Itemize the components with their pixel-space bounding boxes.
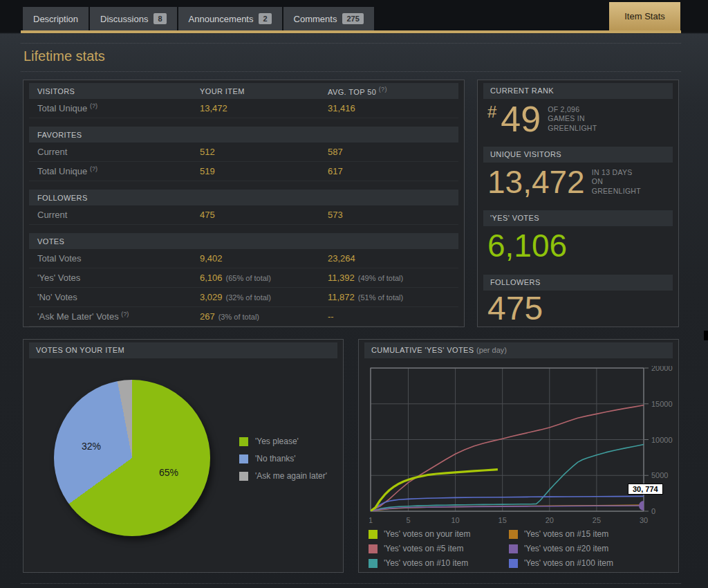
active-tab-underline [21,30,681,33]
line-chart-title: CUMULATIVE 'YES' VOTES (per day) [364,342,673,358]
tab-label: Announcements [189,14,254,24]
help-tooltip-marker[interactable]: (?) [90,165,97,172]
tab-description[interactable]: Description [23,7,88,30]
yes-votes-header: 'YES' VOTES [483,210,673,226]
your-item-value: 475 [200,210,328,220]
followers-header: FOLLOWERS [483,275,673,291]
stats-row: 'No' Votes3,029(32% of total)11,872(51% … [29,288,458,307]
current-rank-row: # 49 OF 2,096 GAMES IN GREENLIGHT [487,101,597,137]
value-percent-note: (51% of total) [358,293,403,302]
line-legend-item: 'Yes' votes on #100 item [509,558,649,568]
row-label: 'Ask Me Later' Votes (?) [37,311,200,322]
value-number: 11,872 [328,292,355,302]
legend-swatch [239,472,248,481]
unique-visitors-value: 13,472 [487,166,585,198]
pie-chart-panel: VOTES ON YOUR ITEM 32% 65% 'Yes please''… [23,339,344,573]
value-percent-note: (49% of total) [358,274,403,282]
value-number: 23,264 [328,253,355,264]
section-title: VOTES [37,237,200,246]
stats-row: 'Yes' Votes6,106(65% of total)11,392(49%… [29,268,458,288]
avg-top50-value: 617 [328,166,458,176]
value-number: 31,416 [328,103,355,113]
avg-top50-value: 573 [328,210,458,220]
pie-chart-title: VOTES ON YOUR ITEM [29,342,337,358]
pie-label-no-pct: 32% [82,441,101,452]
current-rank-header: CURRENT RANK [483,83,673,99]
tab-comments[interactable]: Comments275 [283,7,374,30]
line-legend-item: 'Yes' votes on #10 item [369,558,509,568]
column-header-avg-top-50: AVG. TOP 50 (?) [328,86,458,96]
value-number: -- [328,311,334,322]
series-line-2 [371,405,644,511]
help-tooltip-marker[interactable]: (?) [121,311,129,318]
your-item-value: 3,029(32% of total) [200,292,328,302]
your-item-value: 9,402 [200,253,328,264]
row-label: Total Unique (?) [37,165,200,176]
y-tick-label: 5000 [651,471,668,479]
legend-label: 'Yes' votes on #100 item [524,558,613,568]
line-chart-title-text: CUMULATIVE 'YES' VOTES [371,346,474,354]
row-label: 'No' Votes [37,292,200,302]
line-legend-item: 'Yes' votes on #20 item [509,544,649,553]
legend-label: 'Yes' votes on #15 item [524,529,608,539]
value-percent-note: (65% of total) [226,274,271,282]
legend-label: 'Yes' votes on #5 item [384,544,464,553]
value-number: 519 [200,166,215,176]
legend-swatch [239,437,248,446]
pie-legend-item: 'Yes please' [239,437,327,446]
unique-visitors-row: 13,472 IN 13 DAYS ON GREENLIGHT [487,166,641,198]
line-legend-item: 'Yes' votes on your item [369,529,509,539]
chart-tooltip: 30, 774 [628,484,663,495]
pie-legend-item: 'Ask me again later' [239,471,327,481]
section-title: FAVORITES [37,131,200,139]
legend-label: 'No thanks' [255,454,296,463]
stats-row: 'Ask Me Later' Votes (?)267(3% of total)… [29,307,458,327]
tooltip-marker [639,501,649,511]
row-label: Current [37,210,200,220]
x-tick-label: 10 [451,516,459,524]
help-tooltip-marker[interactable]: (?) [90,102,97,109]
legend-swatch [509,559,518,568]
x-tick-label: 30 [640,516,648,524]
value-number: 587 [328,147,343,157]
value-percent-note: (3% of total) [218,313,259,321]
pie-legend-item: 'No thanks' [239,454,327,463]
legend-swatch [369,559,378,568]
your-item-value: 512 [200,147,328,157]
legend-label: 'Ask me again later' [255,471,327,481]
stats-row: Current475573 [29,205,458,225]
avg-top50-value: 587 [328,147,458,157]
column-header-your-item: YOUR ITEM [200,87,328,95]
value-number: 512 [200,147,215,157]
pie-legend: 'Yes please''No thanks''Ask me again lat… [239,437,327,488]
pie-label-yes-pct: 65% [159,467,178,478]
line-chart-legend: 'Yes' votes on your item'Yes' votes on #… [369,529,649,573]
stats-row: Total Votes9,40223,264 [29,249,458,268]
divider-under-title [21,71,681,72]
stats-section-favorites: FAVORITESCurrent512587Total Unique (?)51… [29,127,458,181]
tab-item-stats[interactable]: Item Stats [609,2,680,30]
legend-column-1: 'Yes' votes on your item'Yes' votes on #… [369,529,509,573]
x-tick-label: 5 [406,516,410,524]
help-tooltip-marker[interactable]: (?) [379,86,387,93]
legend-swatch [369,544,378,553]
yes-votes-value: 6,106 [487,230,567,261]
your-item-value: 519 [200,166,328,176]
tab-discussions[interactable]: Discussions8 [90,7,176,30]
tab-announcements[interactable]: Announcements2 [178,7,282,30]
line-chart-subtitle: (per day) [476,346,507,354]
avg-top50-value: 11,392(49% of total) [328,273,458,283]
y-tick-label: 20000 [651,366,673,372]
section-header: FAVORITES [29,127,458,143]
rank-hash-sign: # [487,102,496,122]
tab-count-badge: 8 [153,13,166,24]
line-legend-item: 'Yes' votes on #5 item [369,544,509,553]
followers-row: 475 [487,292,543,325]
section-title: FOLLOWERS [37,194,200,202]
series-line-6 [371,496,644,511]
followers-value: 475 [487,292,543,325]
x-tick-label: 15 [499,516,507,524]
value-number: 573 [328,210,343,220]
rank-value: 49 [501,101,541,137]
tab-count-badge: 2 [259,13,271,24]
